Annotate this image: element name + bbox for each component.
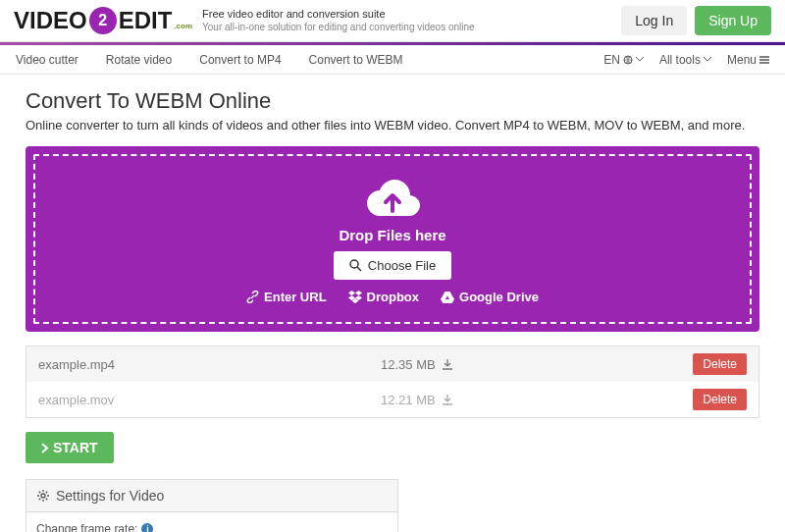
delete-button[interactable]: Delete bbox=[693, 389, 747, 410]
file-name: example.mov bbox=[38, 393, 273, 407]
dropzone[interactable]: Drop Files here Choose File Enter URL Dr… bbox=[26, 146, 759, 332]
start-label: START bbox=[53, 440, 98, 455]
nav-rotate-video[interactable]: Rotate video bbox=[106, 53, 172, 67]
all-tools-menu[interactable]: All tools bbox=[659, 53, 711, 67]
tagline: Free video editor and conversion suite Y… bbox=[202, 8, 475, 32]
logo-text-post: EDIT bbox=[119, 7, 173, 34]
framerate-label: Change frame rate: i bbox=[36, 522, 388, 532]
page-subtitle: Online converter to turn all kinds of vi… bbox=[26, 118, 759, 133]
menu-button[interactable]: Menu bbox=[727, 53, 769, 67]
info-icon[interactable]: i bbox=[141, 523, 153, 532]
gdrive-button[interactable]: Google Drive bbox=[441, 290, 539, 304]
enter-url-label: Enter URL bbox=[264, 290, 327, 304]
download-icon[interactable] bbox=[442, 394, 453, 405]
lang-label: EN bbox=[603, 53, 620, 67]
search-icon bbox=[349, 259, 362, 272]
logo[interactable]: VIDEO 2 EDIT .com bbox=[14, 7, 192, 34]
logo-badge: 2 bbox=[89, 7, 117, 34]
chevron-right-icon bbox=[41, 443, 49, 453]
nav-convert-mp4[interactable]: Convert to MP4 bbox=[199, 53, 281, 67]
tagline-2: Your all-in-one solution for editing and… bbox=[202, 22, 475, 33]
signup-button[interactable]: Sign Up bbox=[695, 6, 771, 35]
drop-label: Drop Files here bbox=[339, 227, 445, 243]
choose-file-label: Choose File bbox=[368, 258, 436, 273]
chevron-down-icon bbox=[636, 57, 644, 62]
file-size: 12.21 MB bbox=[273, 393, 459, 407]
menu-label: Menu bbox=[727, 53, 757, 67]
start-button[interactable]: START bbox=[26, 432, 114, 463]
nav-convert-webm[interactable]: Convert to WEBM bbox=[309, 53, 403, 67]
gdrive-label: Google Drive bbox=[459, 290, 539, 304]
logo-suffix: .com bbox=[174, 22, 192, 30]
globe-icon bbox=[623, 55, 633, 65]
dropbox-icon bbox=[348, 291, 362, 303]
tagline-1: Free video editor and conversion suite bbox=[202, 8, 475, 21]
file-name: example.mp4 bbox=[38, 357, 273, 372]
gear-icon bbox=[36, 489, 50, 503]
delete-button[interactable]: Delete bbox=[693, 353, 747, 375]
hamburger-icon bbox=[759, 56, 769, 64]
settings-header: Settings for Video bbox=[26, 480, 397, 512]
settings-title: Settings for Video bbox=[56, 488, 164, 504]
file-list: example.mp4 12.35 MB Delete example.mov … bbox=[26, 346, 759, 418]
page-title: Convert To WEBM Online bbox=[26, 88, 759, 114]
dropbox-label: Dropbox bbox=[367, 290, 419, 304]
file-row: example.mov 12.21 MB Delete bbox=[26, 382, 759, 417]
choose-file-button[interactable]: Choose File bbox=[334, 251, 451, 280]
login-button[interactable]: Log In bbox=[621, 6, 687, 35]
enter-url-button[interactable]: Enter URL bbox=[246, 290, 327, 304]
gdrive-icon bbox=[441, 292, 454, 303]
dropbox-button[interactable]: Dropbox bbox=[348, 290, 419, 304]
svg-point-1 bbox=[350, 260, 358, 268]
all-tools-label: All tools bbox=[659, 53, 701, 67]
chevron-down-icon bbox=[704, 57, 711, 62]
download-icon[interactable] bbox=[442, 358, 453, 370]
link-icon bbox=[246, 291, 259, 303]
file-row: example.mp4 12.35 MB Delete bbox=[26, 346, 759, 382]
cloud-upload-icon bbox=[361, 174, 424, 221]
lang-selector[interactable]: EN bbox=[603, 53, 644, 67]
file-size: 12.35 MB bbox=[273, 357, 459, 372]
logo-text-pre: VIDEO bbox=[14, 7, 87, 34]
nav-video-cutter[interactable]: Video cutter bbox=[16, 53, 78, 67]
svg-point-2 bbox=[41, 494, 45, 498]
settings-panel: Settings for Video Change frame rate: i … bbox=[26, 479, 398, 532]
